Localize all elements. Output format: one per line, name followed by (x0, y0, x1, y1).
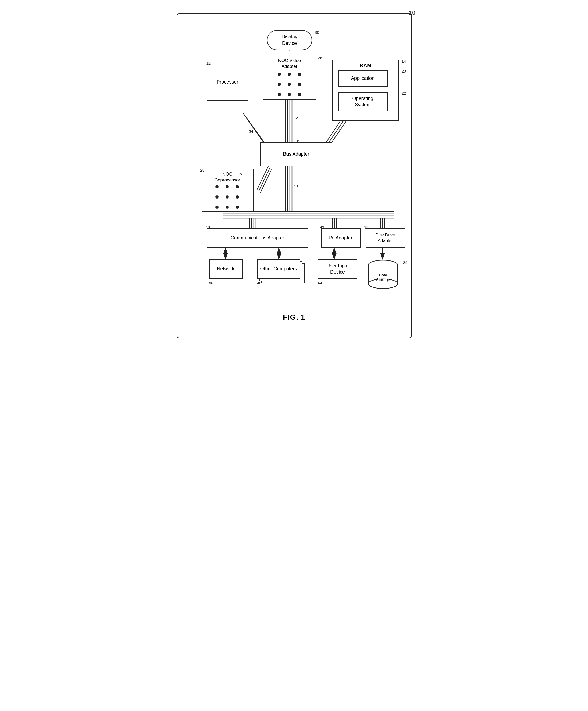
operating-system-label: OperatingSystem (352, 95, 373, 108)
disk-drive-adapter-box: Disk DriveAdapter (366, 228, 405, 248)
diagram-area: DisplayDevice 30 NOC VideoAdapter (191, 25, 397, 305)
io-adapter-label: I/o Adapter (329, 235, 352, 241)
bus-ref-32: 32 (293, 115, 298, 120)
other-computers-ref: 48 (257, 280, 262, 285)
network-label: Network (217, 266, 234, 272)
other-computers-box: Other Computers (257, 259, 300, 279)
disk-drive-adapter-label: Disk DriveAdapter (375, 233, 395, 244)
disk-drive-adapter-ref: 38 (364, 225, 369, 230)
bus-ref-40: 40 (293, 184, 298, 188)
processor-box: Processor (207, 64, 248, 101)
fig-title-text: FIG. 1 (283, 313, 305, 321)
noc-coprocessor-box: NOCCoprocessor (201, 169, 254, 212)
noc-coprocessor-ref: 28 (200, 168, 205, 172)
application-ref: 20 (402, 69, 406, 73)
application-box: Application (338, 70, 388, 87)
data-storage-group: Data Storage (366, 259, 400, 288)
io-adapter-box: I/o Adapter (321, 228, 361, 248)
communications-adapter-label: Communications Adapter (231, 235, 284, 241)
operating-system-ref: 22 (402, 91, 406, 95)
corner-ref: 10 (409, 9, 415, 16)
display-device-ref: 30 (315, 30, 320, 35)
application-label: Application (351, 75, 374, 81)
svg-text:Storage: Storage (376, 277, 390, 282)
outer-border: 10 (177, 13, 412, 339)
ram-box: RAM Application OperatingSystem (332, 60, 399, 121)
network-box: Network (209, 259, 243, 279)
bus-adapter-ref: 18 (295, 138, 300, 143)
operating-system-box: OperatingSystem (338, 92, 388, 111)
noc-video-ref: 26 (318, 56, 322, 60)
noc-video-adapter-box: NOC VideoAdapter (263, 55, 316, 100)
bus-adapter-label: Bus Adapter (283, 151, 309, 157)
bus-ref-36: 36 (238, 172, 242, 176)
page-container: 10 (174, 5, 414, 341)
user-input-device-label: User InputDevice (326, 263, 349, 276)
svg-line-17 (260, 170, 271, 193)
ram-ref: 14 (402, 59, 406, 64)
bus-adapter-box: Bus Adapter (260, 142, 332, 166)
display-device-label: DisplayDevice (282, 34, 297, 46)
data-storage-ref: 24 (403, 260, 408, 265)
other-computers-stack: Other Computers (257, 259, 300, 279)
svg-text:Data: Data (379, 273, 387, 277)
bus-ref-34: 34 (249, 129, 254, 133)
svg-line-16 (259, 168, 270, 191)
svg-line-15 (257, 166, 268, 190)
noc-video-grid (278, 72, 302, 96)
communications-adapter-ref: 46 (205, 225, 210, 230)
data-storage-svg: Data Storage (366, 259, 400, 288)
other-computers-label: Other Computers (260, 266, 297, 272)
processor-label: Processor (216, 79, 238, 85)
communications-adapter-box: Communications Adapter (207, 228, 308, 248)
user-input-device-box: User InputDevice (318, 259, 357, 279)
io-adapter-ref: 42 (320, 225, 325, 230)
network-ref: 50 (209, 280, 214, 285)
figure-label: FIG. 1 (191, 313, 397, 322)
processor-ref: 12 (206, 61, 211, 65)
user-input-device-ref: 44 (318, 280, 322, 285)
bus-ref-16: 16 (337, 128, 342, 132)
noc-coprocessor-grid (215, 185, 239, 209)
display-device-box: DisplayDevice (267, 30, 312, 50)
